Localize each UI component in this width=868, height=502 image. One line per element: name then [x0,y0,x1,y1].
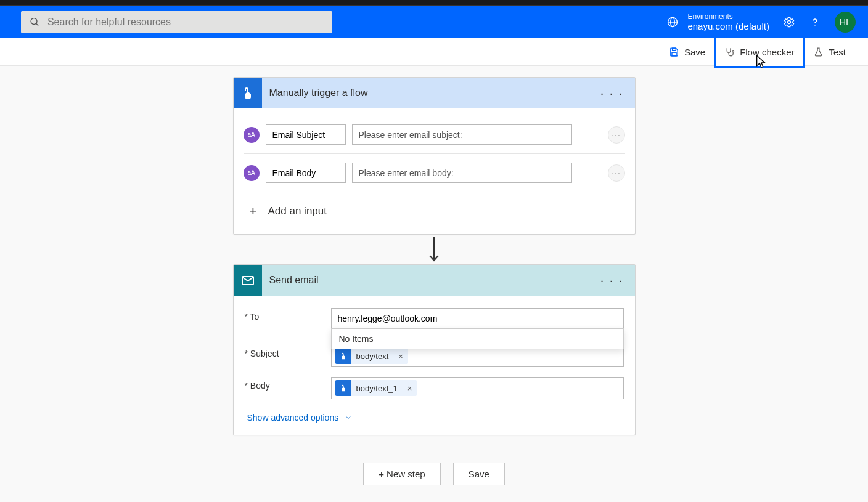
svg-rect-8 [672,52,676,56]
input-row-menu[interactable]: ··· [608,126,625,144]
add-input-label: Add an input [268,205,327,217]
header-right: Environments enayu.com (default) HL [666,12,856,33]
to-field-label: * To [245,308,331,322]
trigger-input-row: aA Email Subject Please enter email subj… [244,116,625,153]
svg-line-1 [36,23,39,26]
settings-button[interactable] [783,16,795,28]
dynamic-content-token[interactable]: body/text_1 × [335,380,417,396]
trigger-card-title: Manually trigger a flow [269,87,368,99]
to-field-row: * To No Items [245,303,624,334]
search-box[interactable] [21,11,332,33]
token-icon [335,380,351,396]
trigger-card-header[interactable]: Manually trigger a flow · · · [234,78,635,108]
action-card-menu[interactable]: · · · [600,273,624,288]
svg-point-5 [788,20,791,23]
action-card-body: * To No Items * Subject [234,296,635,435]
token-icon [335,348,351,364]
stethoscope-icon [724,47,735,57]
flow-checker-label: Flow checker [740,47,794,57]
plus-icon: + [247,203,260,219]
add-input-button[interactable]: + Add an input [244,192,625,222]
send-email-icon [234,265,262,296]
gear-icon [783,16,795,28]
input-row-menu[interactable]: ··· [608,164,625,182]
token-label: body/text_1 [351,384,403,393]
body-field-label: * Body [245,377,331,391]
show-advanced-options[interactable]: Show advanced options [245,404,624,424]
arrow-down-icon [428,236,440,263]
trigger-card: Manually trigger a flow · · · aA Email S… [233,77,636,235]
advanced-options-label: Show advanced options [247,413,339,423]
footer-buttons: + New step Save [363,463,505,485]
environment-name: enayu.com (default) [687,21,769,31]
trigger-card-menu[interactable]: · · · [600,86,624,100]
action-card-header[interactable]: Send email · · · [234,265,635,296]
save-icon [669,47,679,57]
body-field-row: * Body body/text_1 × [245,372,624,404]
to-suggestions-dropdown[interactable]: No Items [331,328,624,349]
globe-icon [666,16,679,28]
save-command-label: Save [684,47,705,57]
test-command-label: Test [829,47,846,57]
environment-text: Environments enayu.com (default) [687,12,769,31]
svg-point-6 [814,25,816,26]
environment-selector[interactable]: Environments enayu.com (default) [666,12,769,31]
action-card: Send email · · · * To No Items * Subject [233,264,636,435]
help-icon [809,16,821,28]
to-field-input[interactable] [331,308,624,329]
chevron-down-icon [345,414,352,421]
token-label: body/text [351,352,394,361]
environment-label: Environments [687,12,769,21]
body-field-input[interactable]: body/text_1 × [331,377,624,399]
save-command[interactable]: Save [660,38,714,66]
token-remove[interactable]: × [393,352,408,361]
no-items-text: No Items [339,334,374,344]
text-type-icon: aA [244,127,260,143]
help-button[interactable] [809,16,821,28]
text-type-icon: aA [244,165,260,181]
save-button[interactable]: Save [453,463,505,485]
designer-canvas: Manually trigger a flow · · · aA Email S… [0,66,868,485]
flow-checker-command[interactable]: Flow checker [714,36,805,68]
search-input[interactable] [47,17,324,28]
trigger-input-row: aA Email Body Please enter email body: ·… [244,154,625,192]
connector-arrow [427,235,441,264]
subject-field-label: * Subject [245,345,331,358]
search-icon [30,17,40,28]
input-placeholder-field[interactable]: Please enter email subject: [352,124,572,145]
action-card-title: Send email [269,275,319,286]
test-command[interactable]: Test [805,38,854,66]
new-step-button[interactable]: + New step [363,463,440,485]
input-placeholder-field[interactable]: Please enter email body: [352,163,572,183]
trigger-card-body: aA Email Subject Please enter email subj… [234,108,635,234]
command-bar: Save Flow checker Test [0,38,868,66]
svg-rect-7 [673,48,676,51]
dynamic-content-token[interactable]: body/text × [335,348,408,364]
input-name-field[interactable]: Email Body [266,163,346,183]
token-remove[interactable]: × [403,384,417,393]
input-name-field[interactable]: Email Subject [266,124,346,145]
user-avatar[interactable]: HL [835,12,856,33]
app-header: Environments enayu.com (default) HL [0,6,868,38]
browser-chrome-strip [0,0,868,6]
trigger-icon [234,78,262,108]
svg-point-9 [732,50,734,52]
flask-icon [813,47,824,57]
svg-point-0 [31,18,37,24]
